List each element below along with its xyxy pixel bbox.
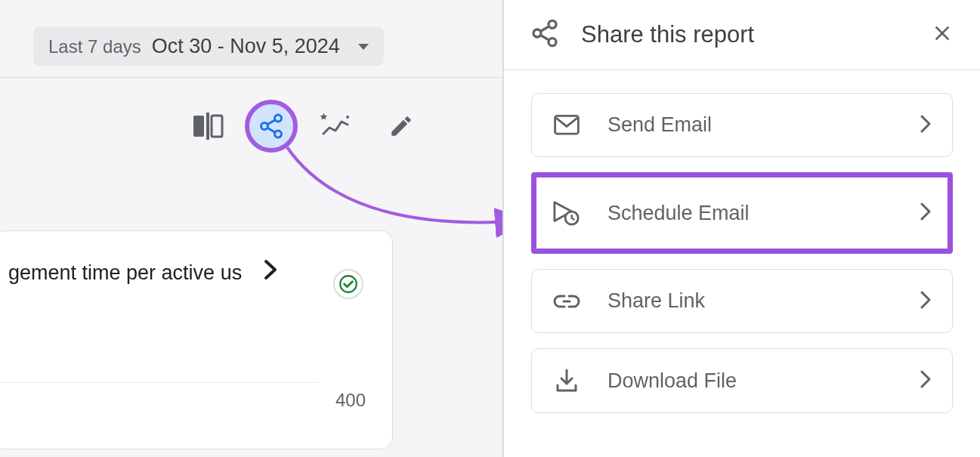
card-title: gement time per active us	[8, 261, 242, 285]
share-link-label: Share Link	[607, 289, 893, 313]
svg-point-9	[340, 276, 357, 292]
left-panel: Last 7 days Oct 30 - Nov 5, 2024	[0, 0, 502, 457]
chart-gridline	[0, 382, 318, 383]
email-icon	[553, 115, 580, 136]
link-icon	[553, 294, 580, 309]
share-link-option[interactable]: Share Link	[531, 269, 953, 333]
share-icon	[258, 113, 285, 140]
schedule-email-option[interactable]: Schedule Email	[531, 172, 953, 254]
svg-line-14	[540, 26, 549, 32]
panel-header: Share this report	[504, 0, 980, 69]
svg-point-8	[346, 116, 349, 119]
date-range-label: Last 7 days	[48, 36, 141, 57]
chevron-right-icon	[263, 258, 278, 287]
svg-rect-2	[212, 116, 222, 137]
svg-line-15	[540, 36, 549, 41]
dropdown-arrow-icon	[358, 44, 369, 50]
svg-point-11	[549, 20, 556, 28]
chevron-right-icon	[920, 202, 931, 224]
svg-line-6	[267, 120, 275, 125]
insights-icon[interactable]	[319, 113, 352, 140]
download-file-label: Download File	[607, 369, 893, 393]
svg-line-7	[267, 128, 275, 132]
compare-icon[interactable]	[193, 113, 224, 140]
date-range-picker[interactable]: Last 7 days Oct 30 - Nov 5, 2024	[33, 27, 384, 66]
chevron-right-icon	[920, 370, 931, 391]
share-options-list: Send Email Schedule Email	[504, 70, 980, 436]
download-file-option[interactable]: Download File	[531, 348, 953, 413]
close-button[interactable]	[930, 21, 954, 48]
share-button[interactable]	[245, 100, 298, 153]
edit-icon[interactable]	[388, 113, 414, 139]
action-bar	[193, 100, 414, 153]
svg-rect-16	[555, 116, 579, 134]
horizontal-divider	[0, 77, 502, 78]
chart-axis-value: 400	[335, 390, 366, 411]
status-check-icon	[333, 269, 363, 299]
share-header-icon	[530, 18, 560, 51]
svg-point-13	[549, 39, 556, 46]
chevron-right-icon	[920, 115, 931, 136]
svg-point-3	[275, 115, 282, 122]
svg-rect-1	[206, 113, 209, 140]
chevron-right-icon	[920, 291, 931, 312]
send-email-label: Send Email	[607, 113, 893, 137]
schedule-email-label: Schedule Email	[607, 202, 893, 225]
close-icon	[930, 21, 954, 45]
svg-point-12	[533, 29, 541, 37]
metric-card: gement time per active us 400	[0, 230, 393, 449]
svg-point-5	[275, 131, 282, 137]
svg-rect-0	[193, 116, 204, 137]
download-icon	[553, 369, 580, 393]
schedule-icon	[553, 200, 580, 226]
send-email-option[interactable]: Send Email	[531, 93, 953, 157]
share-panel: Share this report Send Email	[502, 0, 980, 457]
svg-point-4	[261, 123, 268, 130]
panel-title: Share this report	[581, 21, 909, 48]
date-range-value: Oct 30 - Nov 5, 2024	[152, 35, 340, 58]
